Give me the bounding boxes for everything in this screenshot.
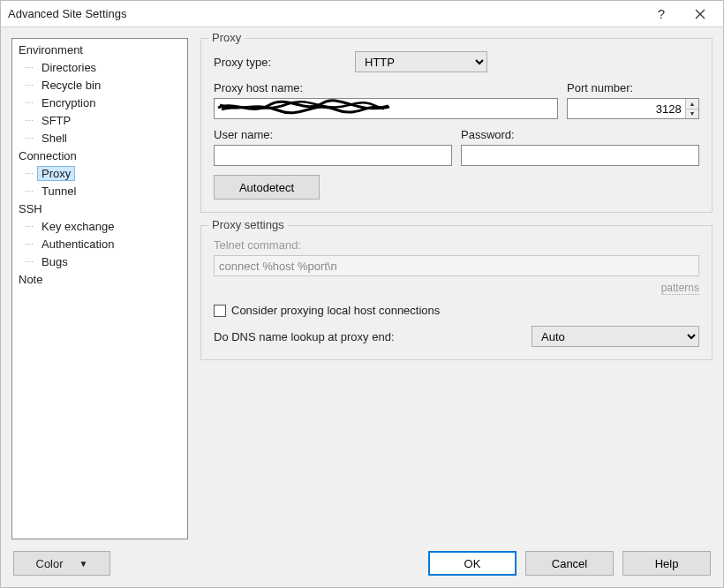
autodetect-button[interactable]: Autodetect: [214, 175, 320, 200]
tree-item-recycle-bin[interactable]: ⋯Recycle bin: [12, 76, 187, 94]
ok-button[interactable]: OK: [428, 551, 517, 576]
consider-proxy-local-checkbox[interactable]: Consider proxying local host connections: [214, 304, 440, 317]
proxy-group: Proxy Proxy type: HTTP Proxy host name: …: [200, 38, 713, 213]
chevron-down-icon: ▼: [79, 559, 88, 569]
proxy-group-legend: Proxy: [208, 31, 245, 44]
proxy-host-label: Proxy host name:: [214, 81, 558, 94]
tree-item-bugs[interactable]: ⋯Bugs: [12, 253, 187, 270]
username-input[interactable]: [214, 145, 452, 166]
port-spin-up[interactable]: ▲: [686, 99, 698, 109]
tree-item-note[interactable]: Note: [12, 270, 187, 288]
color-button-label: Color: [36, 557, 64, 570]
cancel-button[interactable]: Cancel: [525, 551, 614, 576]
help-titlebar-button[interactable]: ?: [642, 2, 681, 26]
dialog-window: Advanced Site Settings ? Environment ⋯Di…: [0, 0, 724, 588]
checkbox-box-icon: [214, 305, 226, 317]
dns-lookup-label: Do DNS name lookup at proxy end:: [214, 330, 523, 343]
patterns-link[interactable]: patterns: [661, 282, 699, 295]
tree-item-proxy[interactable]: ⋯Proxy: [12, 164, 187, 182]
proxy-type-select[interactable]: HTTP: [355, 51, 487, 72]
tree-item-directories[interactable]: ⋯Directories: [12, 58, 187, 76]
username-label: User name:: [214, 128, 452, 141]
proxy-type-label: Proxy type:: [214, 56, 346, 69]
proxy-host-input[interactable]: [214, 98, 558, 119]
proxy-settings-group: Proxy settings Telnet command: patterns …: [200, 225, 713, 360]
consider-proxy-local-label: Consider proxying local host connections: [231, 304, 440, 317]
help-button[interactable]: Help: [622, 551, 711, 576]
tree-item-sftp[interactable]: ⋯SFTP: [12, 111, 187, 129]
password-label: Password:: [461, 128, 699, 141]
tree-item-key-exchange[interactable]: ⋯Key exchange: [12, 217, 187, 235]
dialog-footer: Color ▼ OK Cancel Help: [1, 539, 723, 587]
port-spinner[interactable]: ▲ ▼: [567, 98, 699, 119]
password-input[interactable]: [461, 145, 699, 166]
close-button[interactable]: [681, 2, 720, 26]
tree-item-ssh[interactable]: SSH: [12, 200, 187, 217]
tree-item-authentication[interactable]: ⋯Authentication: [12, 235, 187, 253]
titlebar: Advanced Site Settings ?: [1, 1, 723, 27]
proxy-settings-legend: Proxy settings: [208, 218, 288, 231]
port-label: Port number:: [567, 81, 699, 94]
settings-panel: Proxy Proxy type: HTTP Proxy host name: …: [200, 38, 713, 539]
tree-item-shell[interactable]: ⋯Shell: [12, 129, 187, 147]
window-title: Advanced Site Settings: [8, 7, 642, 20]
telnet-label: Telnet command:: [214, 238, 301, 252]
tree-item-connection[interactable]: Connection: [12, 147, 187, 164]
tree-item-environment[interactable]: Environment: [12, 41, 187, 58]
telnet-input: [214, 255, 699, 276]
dns-lookup-select[interactable]: Auto: [532, 326, 699, 347]
color-dropdown-button[interactable]: Color ▼: [13, 551, 110, 576]
port-spin-down[interactable]: ▼: [686, 109, 698, 119]
tree-item-tunnel[interactable]: ⋯Tunnel: [12, 182, 187, 200]
tree-item-encryption[interactable]: ⋯Encryption: [12, 94, 187, 111]
port-input[interactable]: [568, 99, 685, 118]
nav-tree[interactable]: Environment ⋯Directories ⋯Recycle bin ⋯E…: [11, 38, 188, 539]
